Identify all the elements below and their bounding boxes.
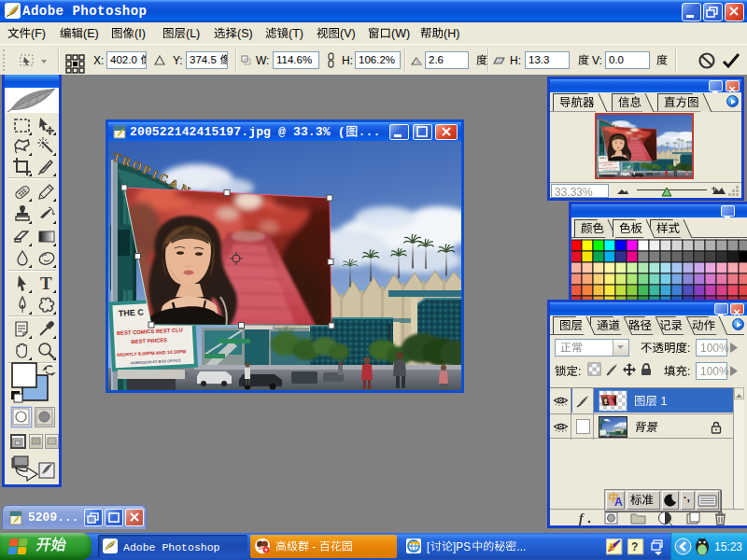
svg-text:1: 1 (657, 395, 667, 408)
svg-text:(L): (L) (186, 27, 200, 40)
svg-text::: : (687, 342, 690, 355)
svg-text:...: ... (516, 540, 526, 553)
svg-text:(T): (T) (289, 27, 303, 40)
svg-text:[: [ (427, 540, 430, 553)
svg-text:(I): (I) (134, 27, 146, 40)
svg-text:374.5: 374.5 (190, 54, 219, 65)
svg-text:(F): (F) (31, 27, 46, 40)
svg-text:(S): (S) (237, 27, 253, 40)
svg-text:]PS: ]PS (453, 540, 471, 553)
svg-text:(W): (W) (391, 27, 410, 40)
svg-text:-: - (309, 540, 319, 553)
svg-text:A: A (608, 542, 614, 553)
svg-text:(H): (H) (444, 27, 459, 40)
svg-text:(V): (V) (340, 27, 356, 40)
svg-text::: : (687, 365, 690, 378)
svg-text:?: ? (631, 540, 638, 553)
svg-text::: : (578, 365, 581, 378)
svg-text:T: T (40, 273, 52, 293)
svg-text:200522142415197.jpg @ 33.3% (: 200522142415197.jpg @ 33.3% ( (130, 125, 345, 139)
svg-text:f: f (579, 511, 585, 525)
svg-text:(E): (E) (83, 27, 99, 40)
svg-text:402.0: 402.0 (110, 54, 140, 65)
svg-text:...: ... (359, 125, 381, 139)
